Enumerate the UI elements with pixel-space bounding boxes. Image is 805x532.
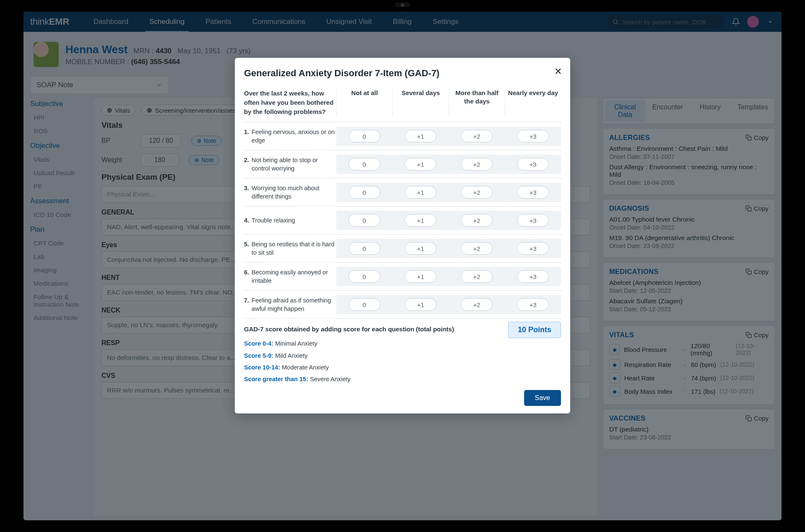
leftnav-item[interactable]: Additional Note: [30, 314, 89, 322]
svg-line-1: [617, 23, 618, 24]
patient-age: (73 yrs): [226, 47, 251, 55]
card-row-main: Asthma : Environment : Chest Pain : Mild: [609, 145, 769, 152]
card-diagnosis: DIAGNOSISCopyA01.00 Typhoid fever Chroni…: [603, 199, 775, 258]
leftnav-item[interactable]: Imaging: [30, 266, 89, 274]
copy-button[interactable]: Copy: [745, 331, 769, 338]
option-button-0[interactable]: 0: [348, 130, 380, 142]
weight-value[interactable]: 180: [141, 153, 179, 167]
leftnav-item[interactable]: ICD 10 Code: [30, 211, 89, 219]
leftnav-item[interactable]: CPT Code: [30, 240, 89, 247]
option-button-1[interactable]: +1: [405, 270, 436, 283]
card-row-sub: Start Date: 05-12-2022: [609, 306, 769, 312]
option-button-3[interactable]: +3: [517, 186, 549, 199]
leftnav-item[interactable]: Lab: [30, 253, 89, 261]
option-cell: +1: [392, 239, 449, 258]
card-title: DIAGNOSIS: [609, 204, 649, 212]
mrn-label: MRN :: [133, 47, 153, 55]
svg-rect-4: [748, 271, 751, 274]
search-input[interactable]: [622, 18, 719, 26]
option-button-2[interactable]: +2: [461, 298, 493, 311]
nav-link-patients[interactable]: Patients: [203, 18, 234, 26]
option-button-0[interactable]: 0: [348, 214, 380, 227]
card-vaccines: VACCINESCopyDT (pediatric)Start Date: 23…: [603, 409, 775, 449]
option-button-0[interactable]: 0: [348, 298, 380, 311]
option-cell: +3: [505, 267, 561, 286]
weight-note-button[interactable]: ⊕Note: [189, 155, 219, 165]
bp-value[interactable]: 120 / 80: [141, 134, 181, 147]
leftnav-item[interactable]: PE: [30, 183, 89, 190]
copy-button[interactable]: Copy: [745, 134, 769, 141]
option-button-0[interactable]: 0: [348, 270, 380, 283]
leftnav-item[interactable]: Upload Result: [30, 169, 89, 177]
bell-icon[interactable]: [731, 17, 740, 26]
tab-history[interactable]: History: [690, 100, 730, 122]
global-search[interactable]: [607, 15, 724, 28]
brand-logo[interactable]: thinkEMR: [30, 16, 69, 27]
save-button[interactable]: Save: [524, 390, 561, 406]
option-button-1[interactable]: +1: [405, 130, 436, 142]
patient-dob: May 10, 1951: [177, 47, 221, 55]
nav-link-scheduling[interactable]: Scheduling: [147, 18, 187, 26]
option-button-2[interactable]: +2: [461, 130, 493, 142]
option-button-3[interactable]: +3: [517, 270, 549, 283]
legend-row: Score 0-4: Minimal Anxiety: [244, 338, 561, 349]
card-title: MEDICATIONS: [609, 268, 659, 276]
nav-left: thinkEMR DashboardSchedulingPatientsComm…: [30, 16, 461, 27]
copy-button[interactable]: Copy: [745, 205, 769, 212]
tab-encounter[interactable]: Encounter: [648, 100, 688, 122]
option-button-1[interactable]: +1: [405, 158, 436, 170]
bp-note-button[interactable]: ⊕Note: [191, 136, 222, 146]
leftnav-item[interactable]: Follow Up & Instruction Note: [30, 293, 89, 308]
option-button-2[interactable]: +2: [461, 214, 493, 227]
option-button-3[interactable]: +3: [517, 214, 549, 227]
left-nav: SubjectiveHPIROSObjectiveVitalsUpload Re…: [30, 98, 89, 515]
option-button-1[interactable]: +1: [405, 242, 436, 255]
leftnav-item[interactable]: HPI: [30, 114, 89, 121]
leftnav-assessment[interactable]: Assessment: [30, 197, 89, 205]
nav-link-billing[interactable]: Billing: [390, 18, 414, 26]
question-text: 2.Not being able to stop or control worr…: [244, 156, 336, 173]
option-button-0[interactable]: 0: [348, 158, 380, 170]
copy-button[interactable]: Copy: [745, 268, 769, 275]
option-button-0[interactable]: 0: [348, 242, 380, 255]
chip-button[interactable]: ⊕Vitals: [101, 105, 135, 116]
copy-icon: [745, 134, 752, 141]
option-button-2[interactable]: +2: [461, 242, 493, 255]
nav-link-dashboard[interactable]: Dashboard: [91, 18, 131, 26]
nav-link-unsigned-visit[interactable]: Unsigned Visit: [324, 18, 374, 26]
col-3: Nearly every day: [505, 89, 561, 116]
leftnav-subjective[interactable]: Subjective: [30, 100, 89, 108]
svg-rect-2: [748, 137, 751, 140]
tab-templates[interactable]: Templates: [733, 100, 773, 122]
option-cell: +2: [449, 211, 505, 230]
option-button-3[interactable]: +3: [517, 130, 549, 142]
leftnav-item[interactable]: Vitals: [30, 156, 89, 163]
option-button-3[interactable]: +3: [517, 242, 549, 255]
option-button-1[interactable]: +1: [405, 186, 436, 199]
copy-button[interactable]: Copy: [745, 415, 769, 422]
option-button-0[interactable]: 0: [348, 186, 380, 199]
option-button-3[interactable]: +3: [517, 298, 549, 311]
option-cell: 0: [336, 211, 392, 230]
leftnav-item[interactable]: Medications: [30, 280, 89, 287]
chip-button[interactable]: ⊕Screening/intervention/assess...: [141, 105, 249, 116]
close-icon[interactable]: ✕: [554, 67, 562, 76]
soap-note-dropdown[interactable]: SOAP Note: [30, 76, 169, 94]
option-button-2[interactable]: +2: [461, 186, 493, 199]
option-button-3[interactable]: +3: [517, 158, 549, 170]
user-avatar[interactable]: [747, 16, 759, 28]
patient-avatar[interactable]: [34, 42, 59, 67]
option-button-1[interactable]: +1: [405, 214, 436, 227]
leftnav-item[interactable]: ROS: [30, 127, 89, 135]
tab-clinical-data[interactable]: Clinical Data: [605, 100, 645, 122]
patient-name[interactable]: Henna West: [65, 43, 127, 56]
option-cell: +2: [449, 295, 505, 314]
option-button-2[interactable]: +2: [461, 158, 493, 170]
option-button-1[interactable]: +1: [405, 298, 436, 311]
user-menu-chevron-icon[interactable]: [766, 17, 775, 26]
option-button-2[interactable]: +2: [461, 270, 493, 283]
nav-link-communications[interactable]: Communications: [250, 18, 308, 26]
leftnav-plan[interactable]: Plan: [30, 225, 89, 234]
leftnav-objective[interactable]: Objective: [30, 142, 89, 150]
nav-link-settings[interactable]: Settings: [430, 18, 461, 26]
